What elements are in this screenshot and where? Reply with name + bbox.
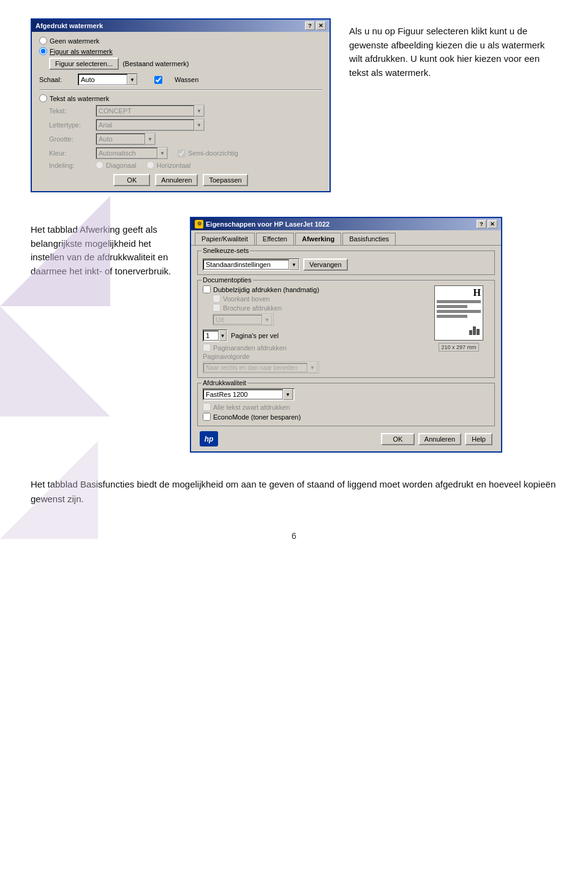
paginavolgorde-label: Paginavolgorde <box>203 353 249 360</box>
lettertype-input[interactable] <box>96 119 194 130</box>
geen-watermerk-label: Geen watermerk <box>50 37 99 45</box>
paper-line-4 <box>437 315 467 318</box>
buttons-row-1: OK Annuleren Toepassen <box>39 174 322 186</box>
figuur-watermerk-label: Figuur als watermerk <box>50 48 113 55</box>
kleur-input[interactable] <box>96 148 157 159</box>
semi-label: Semi-doorzichtig <box>188 149 238 157</box>
snelkeuze-input[interactable] <box>203 260 289 269</box>
indeling-label: Indeling: <box>49 162 92 169</box>
documentopties-title: Documentopties <box>202 276 253 284</box>
horizontaal-label: Horizontaal <box>157 162 191 169</box>
dialog-titlebar-2: ⚙ Eigenschappen voor HP LaserJet 1022 ? … <box>191 218 501 230</box>
indent-fields: Tekst: ▼ Lettertype: ▼ <box>49 105 322 169</box>
annuleren-button-1[interactable]: Annuleren <box>155 174 198 186</box>
print-quality-box: ▼ <box>203 388 489 401</box>
voorkant-row: Voorkant boven <box>213 295 423 303</box>
tekst-watermerk-label: Tekst als watermerk <box>50 95 109 102</box>
brochure-checkbox <box>213 304 221 312</box>
snelkeuze-arrow[interactable]: ▼ <box>289 259 299 270</box>
titlebar-buttons-1: ? ✕ <box>305 21 326 30</box>
schaal-input[interactable] <box>78 74 127 85</box>
ok-button-1[interactable]: OK <box>113 174 150 186</box>
tekst-watermerk-radio[interactable] <box>39 94 47 102</box>
vervangen-button[interactable]: Vervangen <box>303 258 348 271</box>
grootte-label: Grootte: <box>49 135 92 143</box>
kwaliteit-arrow[interactable]: ▼ <box>283 389 293 400</box>
hp-logo: hp <box>200 431 218 446</box>
wassen-checkbox[interactable] <box>154 76 162 84</box>
economo-label: EconoMode (toner besparen) <box>213 413 301 421</box>
paginas-row: ▼ Pagina's per vel <box>203 330 423 342</box>
kleur-label: Kleur: <box>49 149 92 157</box>
close-btn-2[interactable]: ✕ <box>488 220 497 228</box>
wassen-row: Wassen <box>154 76 198 84</box>
paper-lines <box>437 300 481 320</box>
chart-bar-2 <box>473 326 476 335</box>
chart-bar-1 <box>469 330 472 335</box>
paper-h-icon: H <box>473 288 481 298</box>
dialog-body-1: Geen watermerk Figuur als watermerk Figu… <box>32 32 330 191</box>
dialog-titlebar-1: Afgedrukt watermerk ? ✕ <box>32 20 330 32</box>
paginaranden-row: Paginaranden afdrukken <box>203 344 423 352</box>
uit-row: ▼ <box>213 314 423 326</box>
doc-opties-inner: Dubbelzijdig afdrukken (handmatig) Voork… <box>203 285 489 374</box>
tab-basisfuncties[interactable]: Basisfuncties <box>342 233 396 245</box>
afdrukkwaliteit-title: Afdrukkwaliteit <box>202 379 247 386</box>
brochure-label: Brochure afdrukken <box>223 304 282 312</box>
tekst-input[interactable] <box>96 105 194 116</box>
top-right-paragraph: Als u nu op Figuur selecteren klikt kunt… <box>349 24 557 80</box>
voorkant-label: Voorkant boven <box>223 295 270 303</box>
tab-afwerking[interactable]: Afwerking <box>295 233 341 245</box>
paginas-input[interactable] <box>203 331 219 341</box>
geen-watermerk-row: Geen watermerk <box>39 37 322 45</box>
tekst-arrow: ▼ <box>194 105 204 116</box>
paginas-arrow[interactable]: ▼ <box>219 330 227 341</box>
dialog-watermark: Afgedrukt watermerk ? ✕ Geen watermerk F… <box>31 18 331 192</box>
help-btn-2[interactable]: ? <box>477 220 486 228</box>
economo-checkbox[interactable] <box>203 413 211 421</box>
uit-arrow: ▼ <box>262 314 272 325</box>
grootte-input[interactable] <box>96 134 145 145</box>
paper-line-2 <box>437 305 467 308</box>
kleur-row: Kleur: ▼ Semi-doorzichtig <box>49 147 322 159</box>
alle-tekst-row: Alle tekst zwart afdrukken <box>203 403 489 411</box>
voorkant-checkbox <box>213 295 221 303</box>
help-btn-1[interactable]: ? <box>305 21 315 30</box>
doc-left: Dubbelzijdig afdrukken (handmatig) Voork… <box>203 285 423 374</box>
brochure-row: Brochure afdrukken <box>213 304 423 312</box>
chart-bar-3 <box>477 329 480 335</box>
dubbelzijdig-row: Dubbelzijdig afdrukken (handmatig) <box>203 285 423 293</box>
divider-1 <box>39 89 322 91</box>
dubbelzijdig-checkbox[interactable] <box>203 285 211 293</box>
horizontaal-radio <box>146 161 154 169</box>
close-btn-1[interactable]: ✕ <box>316 21 326 30</box>
alle-tekst-checkbox <box>203 403 211 411</box>
schaal-arrow[interactable]: ▼ <box>127 74 137 85</box>
paginaranden-checkbox <box>203 344 211 352</box>
tab-papier[interactable]: Papier/Kwaliteit <box>195 233 255 245</box>
page-number-text: 6 <box>292 531 296 541</box>
diagonaal-radio <box>96 161 104 169</box>
lettertype-row: Lettertype: ▼ <box>49 119 322 131</box>
kwaliteit-input[interactable] <box>203 390 283 399</box>
documentopties-group: Documentopties Dubbelzijdig afdrukken (h… <box>197 280 495 378</box>
paginavolgorde-select-row: ▼ <box>203 361 423 374</box>
paginavolgorde-input <box>203 363 307 372</box>
titlebar-buttons-2: ? ✕ <box>477 220 497 228</box>
paper-line-1 <box>437 300 481 303</box>
toepassen-button-1[interactable]: Toepassen <box>203 174 247 186</box>
hp-titlebar-icon: ⚙ <box>195 220 203 228</box>
afdrukkwaliteit-group: Afdrukkwaliteit ▼ Alle tekst zwart afdru… <box>197 383 495 426</box>
dialog-hp: ⚙ Eigenschappen voor HP LaserJet 1022 ? … <box>190 217 502 453</box>
annuleren-button-2[interactable]: Annuleren <box>418 433 461 445</box>
geen-watermerk-radio[interactable] <box>39 37 47 45</box>
page-number: 6 <box>31 531 557 541</box>
figuur-watermerk-radio[interactable] <box>39 47 47 55</box>
figuur-selecteren-button[interactable]: Figuur selecteren... <box>49 58 119 70</box>
hp-buttons: OK Annuleren Help <box>381 433 492 445</box>
help-button-2[interactable]: Help <box>465 433 492 445</box>
dialog-title-2: Eigenschappen voor HP LaserJet 1022 <box>206 220 330 228</box>
ok-button-2[interactable]: OK <box>381 433 415 445</box>
tab-effecten[interactable]: Effecten <box>256 233 294 245</box>
hp-body: Snelkeuze-sets ▼ Vervangen Documentoptie… <box>191 246 501 451</box>
